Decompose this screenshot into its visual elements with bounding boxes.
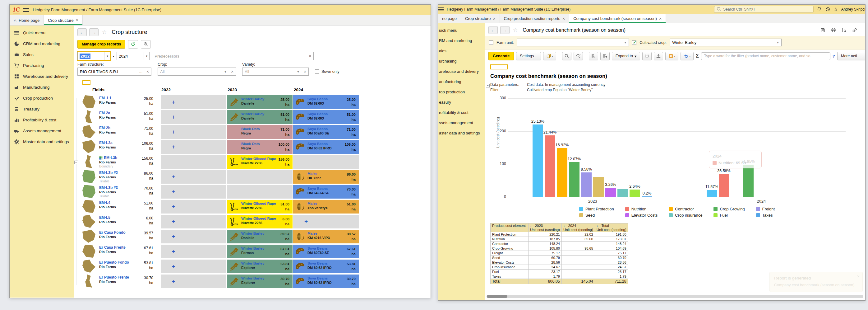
- chevron-down-icon[interactable]: ▾: [622, 39, 629, 46]
- year-to-field[interactable]: 2024 ▾: [117, 52, 150, 60]
- farm-unit-input[interactable]: [517, 39, 622, 46]
- add-crop-cell[interactable]: +: [161, 215, 226, 228]
- cell[interactable]: Crop Growing: [491, 246, 528, 251]
- cell[interactable]: Plant Protection: [491, 232, 528, 237]
- field-cell[interactable]: EM-2bRio Farms71.00ha: [82, 125, 161, 139]
- link-icon[interactable]: [852, 28, 857, 33]
- chart-bar-fuel-2023[interactable]: 2.64%: [629, 190, 640, 197]
- cell[interactable]: Taxes: [491, 274, 528, 279]
- cell[interactable]: 105.80: [528, 246, 562, 251]
- column-header-total[interactable]: ↓≡TotalUnit cost (seeding): [595, 223, 628, 232]
- cell[interactable]: 23.17: [595, 270, 628, 274]
- crop-cell[interactable]: Black OatsNegra71.00ha: [227, 125, 292, 139]
- crop-cell[interactable]: Winter BarleyDanielle25.00ha: [227, 95, 292, 109]
- legend-item-taxes[interactable]: Taxes: [756, 213, 775, 218]
- print-icon[interactable]: [831, 28, 836, 33]
- cell[interactable]: Fuel: [491, 270, 528, 274]
- cell[interactable]: 28.56: [595, 260, 628, 265]
- legend-item-crop-insurance[interactable]: Crop insurance: [669, 213, 702, 218]
- global-search-input[interactable]: [723, 7, 811, 11]
- crop-cell[interactable]: Soya BeansDM 60E60 SE67.61ha: [293, 245, 359, 258]
- column-header-product-cost-element[interactable]: Product cost element: [491, 223, 528, 232]
- choose-button[interactable]: …: [300, 52, 307, 60]
- expand-rows-button[interactable]: [589, 52, 598, 60]
- sidebar-item-easury[interactable]: easury: [438, 97, 485, 107]
- close-icon[interactable]: ×: [857, 274, 860, 279]
- more-actions-button[interactable]: More acti: [837, 52, 865, 60]
- cell[interactable]: Crop insurance: [491, 265, 528, 270]
- crop-cell[interactable]: Soya BeansDM 64E64 SE70.00ha: [293, 185, 359, 199]
- sidebar-item-rm-and-marketing[interactable]: RM and marketing: [438, 35, 485, 46]
- cell[interactable]: 60.79: [528, 256, 562, 260]
- field-name[interactable]: EM-L3b: [99, 156, 117, 160]
- cell[interactable]: Elevator Costs: [491, 260, 528, 265]
- cell[interactable]: Total: [491, 279, 528, 284]
- crop-cell[interactable]: MaizeDK 722786.00ha: [293, 170, 359, 184]
- sidebar-item-purchasing[interactable]: Purchasing: [10, 60, 74, 71]
- hamburger-menu-icon[interactable]: [23, 8, 29, 12]
- legend-item-elevator-costs[interactable]: Elevator Costs: [625, 213, 658, 218]
- hamburger-menu-icon[interactable]: [438, 7, 444, 11]
- tab-crop-production-section-reports[interactable]: Crop production section reports×: [500, 14, 569, 23]
- field-name[interactable]: EM-L3a: [99, 141, 116, 145]
- cell[interactable]: 75.17: [595, 251, 628, 256]
- chart-bar-taxes-2023[interactable]: 0.2%: [642, 196, 652, 197]
- cell[interactable]: 23.17: [528, 270, 562, 274]
- cell[interactable]: 145.04: [561, 279, 595, 284]
- variety-input[interactable]: [243, 68, 295, 75]
- sidebar-item-urchasing[interactable]: urchasing: [438, 56, 485, 66]
- global-search-field[interactable]: [714, 6, 814, 13]
- column-header-2023[interactable]: ↓≡2023Unit cost (seeding): [528, 223, 562, 232]
- add-crop-cell[interactable]: +: [161, 170, 226, 184]
- crop-cell[interactable]: Winter BarleyExplorer30.70ha: [227, 275, 292, 288]
- empty-crop-cell[interactable]: [227, 185, 292, 199]
- column-header-2024[interactable]: ↓≡2024Unit cost (seeding): [561, 223, 595, 232]
- field-name[interactable]: EM-L3b #3: [99, 186, 118, 190]
- field-cell[interactable]: EM-L3bRio FarmsBoundary156.00ha: [82, 155, 161, 169]
- sidebar-item-arehouse-and-delivery[interactable]: arehouse and delivery: [438, 66, 485, 77]
- cell[interactable]: 60.79: [595, 256, 628, 260]
- farm-unit-checkbox[interactable]: [489, 40, 493, 45]
- refresh-button[interactable]: [128, 40, 138, 49]
- sidebar-item-ssets-management[interactable]: ssets management: [438, 118, 485, 128]
- cell[interactable]: 187.85: [528, 237, 562, 242]
- farm-structure-input[interactable]: [78, 68, 137, 75]
- favorite-star-icon[interactable]: ☆: [513, 27, 518, 33]
- expand-to-button[interactable]: Expand to▾: [612, 52, 641, 60]
- legend-item-crop-growing[interactable]: Crop Growing: [713, 207, 745, 212]
- cell[interactable]: 28.56: [528, 260, 562, 265]
- choose-button[interactable]: …: [137, 68, 144, 75]
- tab-ne-page[interactable]: ne page: [438, 14, 461, 23]
- empty-crop-cell[interactable]: [227, 170, 292, 184]
- field-cell[interactable]: Er Puesto FrenteRio Farms30.70ha: [82, 275, 161, 288]
- cell[interactable]: 24.67: [595, 265, 628, 270]
- field-cell[interactable]: Er Casa FondoRio Farms39.57ha: [82, 230, 161, 244]
- field-name[interactable]: EM-2b: [99, 126, 116, 130]
- cell[interactable]: 1.79: [595, 274, 628, 279]
- add-crop-cell[interactable]: +: [161, 200, 226, 214]
- crop-cell[interactable]: Winter BarleyExplorer53.81ha: [227, 260, 292, 273]
- clear-icon[interactable]: ✕: [229, 68, 236, 75]
- crop-cell[interactable]: Winter BarleyDanielle39.57ha: [227, 230, 292, 244]
- field-name[interactable]: EM-L4: [99, 200, 116, 205]
- crop-input[interactable]: [158, 68, 222, 75]
- cell[interactable]: [561, 270, 595, 274]
- chevron-down-icon[interactable]: ▾: [774, 39, 781, 46]
- collapse-report-button[interactable]: −: [486, 84, 490, 87]
- tab-company-cost-benchmark-season-on-season[interactable]: Company cost benchmark (season on season…: [569, 14, 666, 23]
- excel-export-button[interactable]: ▾: [665, 52, 678, 60]
- cell[interactable]: Nutrition: [491, 237, 528, 242]
- year-from-field[interactable]: 2022 ▾: [78, 52, 111, 60]
- add-crop-cell[interactable]: +: [161, 260, 226, 273]
- field-name[interactable]: EM -L1: [99, 96, 116, 100]
- close-icon[interactable]: ×: [659, 16, 661, 21]
- tab-crop-structure[interactable]: Crop structure×: [44, 15, 83, 25]
- chart-bar-nutrition-2024[interactable]: 36.58%: [719, 174, 730, 197]
- chart-bar-freight-2023[interactable]: 8.58%: [581, 172, 592, 197]
- chevron-down-icon[interactable]: ▾: [104, 52, 110, 60]
- legend-item-freight[interactable]: Freight: [756, 207, 775, 212]
- cell[interactable]: 69.60: [561, 237, 595, 242]
- crop-cell[interactable]: Maize<no variety>51.00ha: [293, 200, 359, 214]
- collapse-group-button[interactable]: −: [74, 161, 78, 164]
- save-file-button[interactable]: [654, 52, 663, 60]
